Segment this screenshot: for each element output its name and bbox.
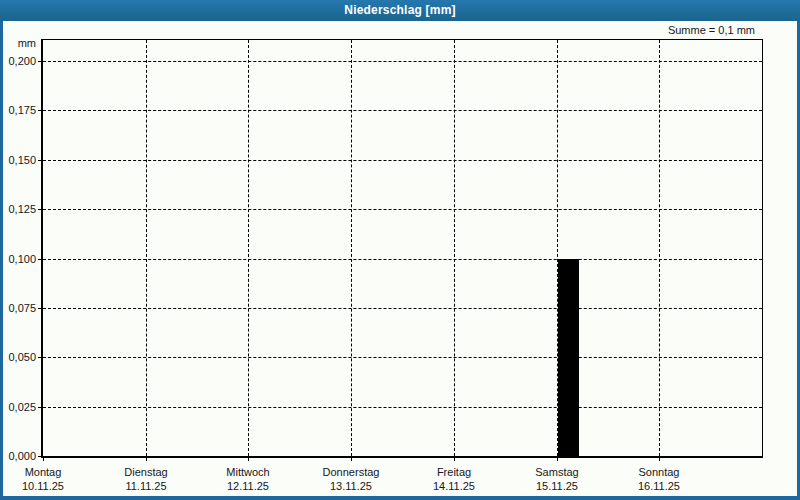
x-date-label: 12.11.25 [205,480,291,492]
y-tick-mark [38,357,42,358]
precipitation-bar [558,259,579,456]
y-tick-mark [38,259,42,260]
gridline-horizontal [43,308,762,309]
x-day-label: Dienstag [103,466,189,478]
x-tick-mark [43,457,44,461]
x-date-label: 10.11.25 [0,480,86,492]
chart-title: Niederschlag [mm] [344,3,455,17]
gridline-horizontal [43,160,762,161]
gridline-vertical [248,40,249,456]
gridline-horizontal [43,357,762,358]
x-day-label: Montag [0,466,86,478]
y-tick-label: 0,000 [3,450,36,462]
y-tick-mark [38,110,42,111]
y-tick-mark [38,61,42,62]
gridline-vertical [659,40,660,456]
x-tick-mark [557,457,558,461]
y-axis-unit-label: mm [3,37,36,49]
y-tick-label: 0,025 [3,401,36,413]
gridline-vertical [351,40,352,456]
y-tick-label: 0,150 [3,154,36,166]
y-tick-label: 0,125 [3,203,36,215]
y-tick-label: 0,200 [3,55,36,67]
y-tick-mark [38,456,42,457]
y-tick-label: 0,100 [3,253,36,265]
x-tick-mark [659,457,660,461]
x-day-label: Freitag [411,466,497,478]
x-date-label: 15.11.25 [514,480,600,492]
gridline-vertical [454,40,455,456]
y-tick-mark [38,209,42,210]
x-tick-mark [146,457,147,461]
y-tick-label: 0,050 [3,351,36,363]
x-day-label: Sonntag [616,466,702,478]
gridline-vertical [146,40,147,456]
x-day-label: Samstag [514,466,600,478]
x-tick-mark [248,457,249,461]
y-tick-mark [38,407,42,408]
x-day-label: Donnerstag [308,466,394,478]
x-tick-mark [351,457,352,461]
x-date-label: 14.11.25 [411,480,497,492]
x-tick-mark [454,457,455,461]
gridline-horizontal [43,209,762,210]
x-day-label: Mittwoch [205,466,291,478]
y-tick-label: 0,175 [3,104,36,116]
plot-area [41,39,763,458]
y-tick-mark [38,308,42,309]
gridline-horizontal [43,259,762,260]
sum-annotation: Summe = 0,1 mm [668,24,755,36]
gridline-horizontal [43,61,762,62]
x-date-label: 13.11.25 [308,480,394,492]
y-tick-label: 0,075 [3,302,36,314]
x-date-label: 11.11.25 [103,480,189,492]
x-date-label: 16.11.25 [616,480,702,492]
gridline-horizontal [43,110,762,111]
plot-grid-container [43,40,762,456]
y-tick-mark [38,160,42,161]
chart-window: Niederschlag [mm] Summe = 0,1 mm mm 0,20… [0,0,800,500]
chart-title-bar: Niederschlag [mm] [0,0,800,21]
gridline-horizontal [43,407,762,408]
